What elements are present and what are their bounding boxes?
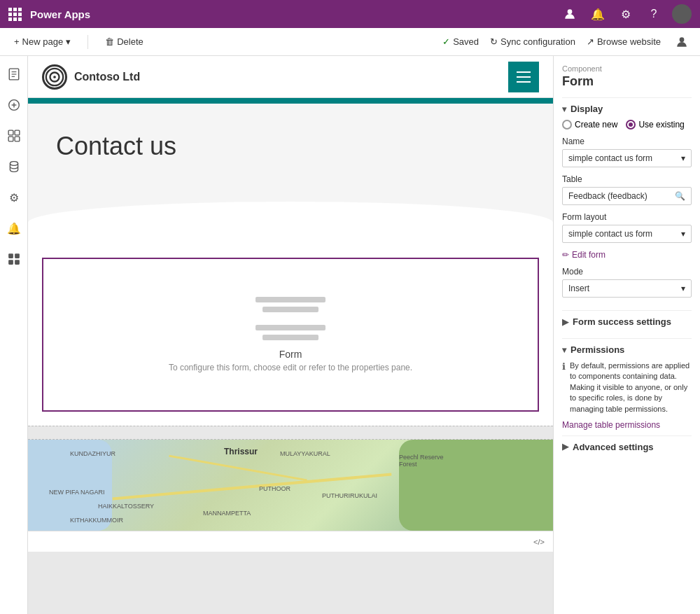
map-label-5: PUTHOOR bbox=[259, 485, 290, 492]
section-gap-2 bbox=[28, 426, 553, 440]
svg-rect-14 bbox=[8, 253, 13, 258]
display-section: ▾ Display Create new Use existing Name s… bbox=[562, 97, 692, 310]
site-header: Contoso Ltd bbox=[28, 56, 553, 98]
advanced-section: ▶ Advanced settings bbox=[562, 435, 692, 463]
svg-rect-17 bbox=[15, 260, 20, 265]
new-page-button[interactable]: + New page ▾ bbox=[8, 34, 76, 50]
sidebar-item-add[interactable] bbox=[1, 92, 27, 118]
map-label-7: HAIKKALTOSSERY bbox=[98, 503, 154, 510]
chevron-down-icon: ▾ bbox=[681, 153, 685, 163]
settings-icon[interactable]: ⚙ bbox=[616, 4, 636, 24]
form-success-title: Form success settings bbox=[573, 316, 671, 327]
create-new-option[interactable]: Create new bbox=[562, 120, 617, 130]
use-existing-option[interactable]: Use existing bbox=[626, 120, 684, 130]
sidebar-item-apps[interactable] bbox=[1, 246, 27, 272]
bell-icon[interactable]: 🔔 bbox=[588, 4, 608, 24]
permissions-title: Permissions bbox=[570, 344, 624, 355]
manage-permissions-link[interactable]: Manage table permissions bbox=[562, 420, 692, 430]
svg-rect-9 bbox=[8, 130, 13, 135]
delete-label: Delete bbox=[117, 36, 144, 47]
help-icon[interactable]: ? bbox=[644, 4, 664, 24]
table-value: Feedback (feedback) bbox=[568, 191, 648, 201]
sidebar-item-notifications[interactable]: 🔔 bbox=[1, 216, 27, 241]
create-new-label: Create new bbox=[575, 120, 617, 130]
svg-point-20 bbox=[53, 76, 56, 78]
table-search[interactable]: Feedback (feedback) 🔍 bbox=[562, 187, 692, 205]
external-link-icon: ↗ bbox=[587, 36, 594, 47]
permissions-info: ℹ By default, permissions are applied to… bbox=[562, 361, 692, 414]
radio-group: Create new Use existing bbox=[562, 120, 692, 130]
chevron-down-icon: ▾ bbox=[681, 284, 685, 293]
toolbar-user-icon[interactable] bbox=[672, 32, 692, 52]
site-logo: Contoso Ltd bbox=[42, 64, 140, 90]
map-label-8: MANNAMPETTA bbox=[203, 510, 251, 517]
svg-rect-11 bbox=[8, 137, 13, 141]
chevron-down-icon: ▾ bbox=[681, 229, 685, 239]
search-icon: 🔍 bbox=[675, 191, 685, 201]
component-label: Component bbox=[562, 64, 692, 73]
form-layout-value: simple contact us form bbox=[568, 229, 652, 239]
sidebar-item-data[interactable] bbox=[1, 154, 27, 179]
name-select[interactable]: simple contact us form ▾ bbox=[562, 149, 692, 167]
canvas[interactable]: Contoso Ltd Contact us bbox=[28, 56, 553, 614]
right-panel: Component Form ▾ Display Create new Use … bbox=[553, 56, 700, 614]
app-title: Power Apps bbox=[30, 8, 90, 20]
contact-section: Contact us bbox=[28, 104, 553, 230]
contact-title: Contact us bbox=[56, 132, 525, 161]
user-avatar[interactable] bbox=[672, 4, 692, 24]
user-icon[interactable] bbox=[560, 4, 580, 24]
component-name: Form bbox=[562, 74, 692, 89]
toolbar: + New page ▾ 🗑 Delete ✓ Saved ↻ Sync con… bbox=[0, 28, 700, 56]
form-box[interactable]: Form To configure this form, choose edit… bbox=[42, 258, 539, 412]
topbar: Power Apps 🔔 ⚙ ? bbox=[0, 0, 700, 28]
trash-icon: 🗑 bbox=[105, 36, 114, 47]
form-line-3 bbox=[255, 325, 326, 330]
toolbar-right: ✓ Saved ↻ Sync configuration ↗ Browse we… bbox=[442, 32, 692, 52]
form-layout-label: Form layout bbox=[562, 212, 692, 222]
svg-rect-15 bbox=[15, 253, 20, 258]
mode-select[interactable]: Insert ▾ bbox=[562, 279, 692, 298]
map-road-2 bbox=[169, 455, 307, 482]
saved-status: ✓ Saved bbox=[442, 36, 479, 47]
map-label-2: MULAYYAKURAL bbox=[280, 450, 330, 457]
form-success-section: ▶ Form success settings bbox=[562, 310, 692, 338]
separator bbox=[88, 35, 88, 49]
map-label-3: Peechl ReserveForest bbox=[399, 454, 444, 468]
left-sidebar: ⚙ 🔔 bbox=[0, 56, 28, 614]
map-label-1: KUNDAZHIYUR bbox=[70, 450, 115, 457]
permissions-header[interactable]: ▾ Permissions bbox=[562, 344, 692, 355]
form-success-header[interactable]: ▶ Form success settings bbox=[562, 316, 692, 327]
edit-form-label: Edit form bbox=[572, 250, 606, 260]
sidebar-item-pages[interactable] bbox=[1, 62, 27, 87]
map-label-9: KITHAKKUMMOIR bbox=[70, 517, 123, 524]
add-icon: + bbox=[14, 36, 20, 47]
permissions-section: ▾ Permissions ℹ By default, permissions … bbox=[562, 338, 692, 435]
form-line-4 bbox=[262, 335, 318, 340]
sync-icon: ↻ bbox=[490, 36, 498, 47]
browse-button[interactable]: ↗ Browse website bbox=[587, 36, 661, 47]
company-name: Contoso Ltd bbox=[74, 71, 140, 83]
info-icon: ℹ bbox=[562, 361, 566, 414]
advanced-header[interactable]: ▶ Advanced settings bbox=[562, 442, 692, 452]
chevron-right-icon: ▶ bbox=[562, 317, 568, 327]
sync-button[interactable]: ↻ Sync configuration bbox=[490, 36, 575, 47]
main-layout: ⚙ 🔔 Contoso Ltd bbox=[0, 56, 700, 614]
canvas-bottom: </> bbox=[28, 531, 553, 552]
advanced-title: Advanced settings bbox=[573, 442, 654, 452]
hamburger-button[interactable] bbox=[508, 62, 539, 92]
table-field-label: Table bbox=[562, 174, 692, 184]
display-section-header[interactable]: ▾ Display bbox=[562, 104, 692, 114]
map-label-4: NEW PIFA NAGARI bbox=[49, 489, 105, 496]
sidebar-item-components[interactable] bbox=[1, 123, 27, 148]
code-icon: </> bbox=[533, 538, 545, 546]
delete-button[interactable]: 🗑 Delete bbox=[99, 34, 149, 50]
edit-form-link[interactable]: ✏ Edit form bbox=[562, 250, 692, 260]
form-layout-select[interactable]: simple contact us form ▾ bbox=[562, 225, 692, 243]
map-city-label: Thrissur bbox=[224, 447, 258, 456]
check-icon: ✓ bbox=[442, 36, 450, 47]
sidebar-item-settings[interactable]: ⚙ bbox=[1, 185, 27, 210]
permissions-info-text: By default, permissions are applied to c… bbox=[570, 361, 692, 414]
chevron-down-icon: ▾ bbox=[562, 104, 566, 114]
page-content: Contoso Ltd Contact us bbox=[28, 56, 553, 531]
new-page-label: New page bbox=[22, 36, 64, 47]
